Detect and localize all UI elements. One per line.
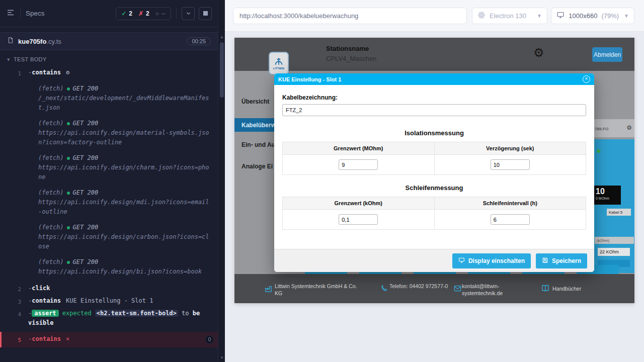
slot-label: 785-FO [595,127,608,131]
gear-glyph-arg: ⚙ [66,69,69,76]
phone-number: Telefon: 04402 972577-0 [389,283,453,290]
isolation-col1-header: Grenzwert (MOhm) [283,142,435,155]
close-icon[interactable]: × [583,75,590,83]
display-icon [458,257,465,265]
logout-button[interactable]: Abmelden [592,47,622,62]
floppy-save-icon [542,257,548,265]
loop-col1-header: Grenzwert (kOhm) [283,197,435,210]
viewport-zoom: (79%) [601,12,619,20]
isolation-table: Grenzwert (MOhm) Verzögerung (sek) [282,142,586,175]
divider [176,9,177,19]
station-name-label: Stationsname [326,45,369,52]
network-log-4[interactable]: (fetch)GET 200 https://api.iconify.desig… [38,188,218,217]
modal-title: KUE Einstellung - Slot 1 [278,76,341,82]
cable-label: Kabel 5 [607,209,631,216]
manuals-link[interactable]: Handbücher [552,285,581,292]
status-dot-icon [67,87,70,90]
spec-file-row[interactable]: kue705fo.cy.ts 00:25 [0,32,218,50]
nav-item-analoge-eingaenge[interactable]: Analoge Ei [242,163,273,170]
electron-icon [477,11,486,21]
command-number: 1 [0,68,28,78]
request-url: https://api.iconify.design/mdi.json?icon… [38,198,210,217]
request-url: /_next/static/development/_devMiddleware… [38,94,210,113]
phone-icon [380,285,387,294]
slot-gear-icon: ⚙ [626,125,632,131]
status-dot-icon [67,192,70,195]
scrollbar-thumb[interactable] [220,42,224,98]
chevron-down-icon: ▼ [624,13,629,19]
command-log: 1 -contains⚙ (fetch)GET 200 /_next/stati… [0,67,218,347]
kohm-value: 22 KOhm [598,248,630,256]
factory-icon [265,285,272,294]
command-row-1[interactable]: 1 -contains⚙ [0,67,218,79]
failed-count: 2 [138,10,149,17]
close-glyph-arg: × [66,335,69,342]
kohm-label: (kOhm) [595,237,634,244]
assert-badge: assert [32,310,58,317]
collapse-button[interactable] [182,7,195,20]
modal-header: KUE Einstellung - Slot 1 × [274,73,594,85]
command-number: 5 [2,334,28,345]
spec-file-icon [7,37,14,46]
url-bar[interactable]: http://localhost:3000/kabelueberwachung [233,8,467,24]
loop-section-title: Schleifenmessung [282,184,586,192]
network-log-5[interactable]: (fetch)GET 200 https://api.iconify.desig… [38,223,218,251]
isolation-col2-header: Verzögerung (sek) [434,142,586,155]
loop-limit-input[interactable] [339,214,378,225]
chevron-down-icon: ▼ [537,13,542,19]
network-log-6[interactable]: (fetch)GET 200 https://api.iconify.desig… [38,257,218,277]
cable-name-label: Kabelbezeichnung: [282,94,586,101]
network-log-3[interactable]: (fetch)GET 200 https://api.iconify.desig… [38,153,218,182]
browser-chrome: http://localhost:3000/kabelueberwachung … [225,0,644,32]
stop-button[interactable] [199,7,212,20]
assert-target-selector: <h2.text-sm.font-bold> [95,310,178,317]
command-number: 2 [0,284,28,294]
specs-link[interactable]: Specs [26,10,45,17]
monitor-icon [556,11,565,21]
command-row-3[interactable]: 3 -containsKUE Einstellung - Slot 1 [0,295,218,308]
passed-count: 2 [121,10,132,17]
request-url: https://api.iconify.design/carbon.json?i… [38,232,210,251]
status-dot-icon [67,226,70,229]
cable-name-input[interactable] [282,104,586,116]
command-number: 3 [0,296,28,307]
spec-duration-badge: 00:25 [187,37,211,45]
loop-interval-input[interactable] [491,214,530,225]
stop-icon [203,11,208,16]
command-row-4-assert[interactable]: 4 -assert expected <h2.text-sm.font-bold… [0,308,218,329]
modal-body: Kabelbezeichnung: Isolationsmessung Gren… [274,85,594,249]
nav-item-uebersicht[interactable]: Übersicht [242,98,269,105]
network-log-1[interactable]: (fetch)GET 200 /_next/static/development… [38,84,218,113]
suite-test-body[interactable]: TEST BODY [0,50,218,67]
stage: http://localhost:3000/kabelueberwachung … [225,0,644,362]
command-row-5-failed[interactable]: 5 -contains× 0 [0,332,218,347]
status-dot-icon [67,122,70,125]
background-card: 785-FO ⚙ [592,119,634,137]
test-stats: 2 2 -- [116,7,171,20]
save-button[interactable]: Speichern [536,253,587,268]
command-argument: KUE Einstellung - Slot 1 [66,297,153,304]
command-row-2[interactable]: 2 -click [0,283,218,295]
cypress-reporter: Specs 2 2 -- kue705fo.cy.ts 00:25 TEST B… [0,0,218,362]
nav-item-ein-ausgaenge[interactable]: Ein- und Au [242,141,275,148]
network-log-2[interactable]: (fetch)GET 200 https://api.iconify.desig… [38,119,218,147]
reporter-scrollbar[interactable]: ▲ ▼ [218,0,225,362]
kue-settings-modal: KUE Einstellung - Slot 1 × Kabelbezeichn… [274,73,594,272]
retry-count-badge: 0 [205,335,214,344]
browser-select[interactable]: Electron 130 ▼ [472,8,547,24]
status-dot-icon [67,157,70,160]
isolation-delay-input[interactable] [491,159,530,170]
command-method: click [32,285,50,292]
display-on-button[interactable]: Display einschalten [452,253,531,268]
settings-gear-icon[interactable]: ⚙ [533,47,544,59]
viewport-size: 1000x660 [569,12,597,20]
spec-ext: .cy.ts [46,38,61,45]
scroll-down-arrow-icon[interactable]: ▼ [218,354,225,361]
divider [20,9,21,19]
viewport-select[interactable]: 1000x660 (79%) ▼ [551,8,634,24]
loop-col2-header: Schleifenintervall (h) [434,197,586,210]
specs-menu-icon[interactable] [6,8,15,19]
scroll-up-arrow-icon[interactable]: ▲ [218,33,225,40]
isolation-limit-input[interactable] [339,159,378,170]
email-address[interactable]: kontakt@littwin-systemtechnik.de [462,283,511,297]
